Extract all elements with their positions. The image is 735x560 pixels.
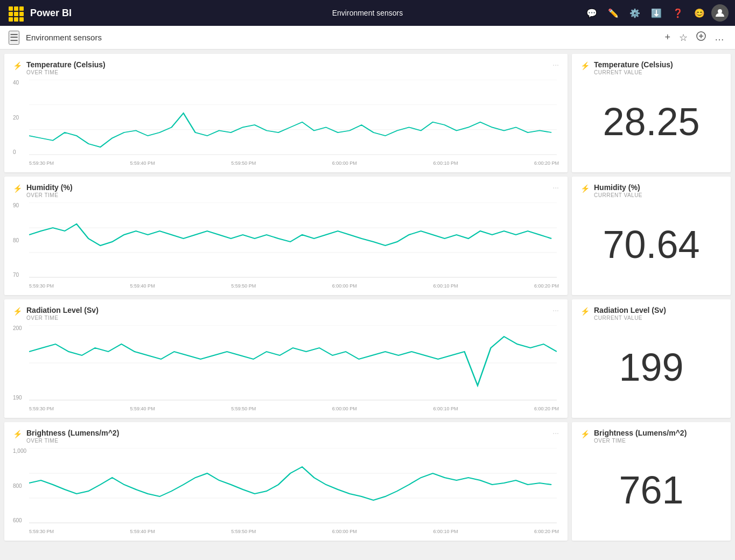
brightness-chart-area: 1,000800600 5:59:30 PM5:59:40 PM5:59:50 …	[13, 448, 559, 534]
share-button[interactable]	[694, 29, 708, 46]
radiation-current-card: ⚡ Radiation Level (Sv) CURRENT VALUE 199	[572, 299, 731, 418]
card-subtitle-hum-ot: OVER TIME	[26, 192, 73, 198]
card-title-hum-cv: Humidity (%)	[594, 183, 642, 192]
temp-line-chart	[29, 80, 557, 155]
rad-y-labels: 200190	[13, 325, 22, 401]
humidity-over-time-card: ⚡ Humidity (%) OVER TIME ··· 908070	[4, 177, 568, 295]
brightness-value: 761	[580, 446, 722, 534]
user-avatar[interactable]	[711, 4, 729, 22]
card-more-rad-ot[interactable]: ···	[552, 306, 559, 314]
lightning-icon-4: ⚡	[580, 184, 590, 193]
lightning-icon-2: ⚡	[580, 61, 590, 70]
card-more-temp-ot[interactable]: ···	[552, 60, 559, 69]
temperature-over-time-card: ⚡ Temperature (Celsius) OVER TIME ··· 40…	[4, 54, 568, 172]
card-subtitle-bri-ot: OVER TIME	[26, 438, 119, 444]
comment-icon-button[interactable]: 💬	[582, 3, 601, 23]
temperature-chart-area: 40200 5:59:30 PM5:59:40 PM5:59:50 PM6:00…	[13, 80, 559, 166]
nav-page-title: Environment sensors	[332, 9, 403, 17]
radiation-value: 199	[580, 323, 722, 411]
lightning-icon-7: ⚡	[13, 430, 22, 438]
settings-icon-button[interactable]: ⚙️	[625, 3, 645, 23]
hum-y-labels: 908070	[13, 202, 19, 278]
bri-x-labels: 5:59:30 PM5:59:40 PM5:59:50 PM6:00:00 PM…	[29, 529, 559, 534]
sub-nav: ☰ Environment sensors + ☆ …	[0, 26, 735, 50]
radiation-chart-area: 200190 5:59:30 PM5:59:40 PM5:59:50 PM6:0…	[13, 325, 559, 411]
temp-chart-inner	[29, 80, 557, 155]
temp-x-labels: 5:59:30 PM5:59:40 PM5:59:50 PM6:00:00 PM…	[29, 160, 559, 166]
pencil-icon-button[interactable]: ✏️	[604, 3, 623, 23]
top-nav: Power BI Environment sensors 💬 ✏️ ⚙️ ⬇️ …	[0, 0, 735, 26]
rad-x-labels: 5:59:30 PM5:59:40 PM5:59:50 PM6:00:00 PM…	[29, 406, 559, 411]
favorite-button[interactable]: ☆	[677, 30, 690, 46]
temperature-current-card: ⚡ Temperature (Celsius) CURRENT VALUE 28…	[572, 54, 731, 172]
humidity-chart-area: 908070 5:59:30 PM5:59:40 PM5:59:50 PM6:0…	[13, 202, 559, 289]
dashboard: ⚡ Temperature (Celsius) OVER TIME ··· 40…	[0, 50, 735, 560]
dashboard-actions: + ☆ …	[662, 29, 726, 46]
card-subtitle-temp-cv: CURRENT VALUE	[594, 69, 673, 75]
help-icon-button[interactable]: ❓	[668, 3, 688, 23]
card-subtitle-bri-cv: OVER TIME	[594, 438, 687, 444]
feedback-icon-button[interactable]: 😊	[690, 3, 709, 23]
lightning-icon-8: ⚡	[580, 430, 590, 438]
bri-line-chart	[29, 448, 557, 523]
bri-y-labels: 1,000800600	[13, 448, 26, 523]
lightning-icon-3: ⚡	[13, 184, 22, 193]
download-icon-button[interactable]: ⬇️	[647, 3, 666, 23]
hum-x-labels: 5:59:30 PM5:59:40 PM5:59:50 PM6:00:00 PM…	[29, 283, 559, 289]
nav-icons: 💬 ✏️ ⚙️ ⬇️ ❓ 😊	[582, 3, 729, 23]
card-title-temp-cv: Temperature (Celsius)	[594, 60, 673, 69]
svg-point-0	[718, 9, 722, 13]
card-title-temp-ot: Temperature (Celsius)	[26, 60, 106, 69]
card-subtitle-hum-cv: CURRENT VALUE	[594, 192, 642, 198]
card-subtitle-rad-cv: CURRENT VALUE	[594, 315, 666, 321]
lightning-icon: ⚡	[13, 61, 22, 70]
humidity-value: 70.64	[580, 200, 722, 289]
card-title-bri-cv: Brightness (Lumens/m^2)	[594, 429, 687, 437]
brightness-current-card: ⚡ Brightness (Lumens/m^2) OVER TIME 761	[572, 422, 731, 541]
dashboard-title: Environment sensors	[26, 33, 662, 42]
app-switcher-button[interactable]	[6, 4, 24, 22]
card-subtitle-rad-ot: OVER TIME	[26, 315, 99, 321]
sidebar-toggle-button[interactable]: ☰	[9, 31, 19, 45]
rad-line-chart	[29, 325, 557, 401]
lightning-icon-6: ⚡	[580, 307, 590, 316]
temperature-value: 28.25	[580, 78, 722, 166]
card-title-rad-cv: Radiation Level (Sv)	[594, 306, 666, 314]
hum-line-chart	[29, 202, 557, 278]
radiation-over-time-card: ⚡ Radiation Level (Sv) OVER TIME ··· 200…	[4, 299, 568, 418]
humidity-current-card: ⚡ Humidity (%) CURRENT VALUE 70.64	[572, 177, 731, 295]
more-options-button[interactable]: …	[712, 30, 726, 45]
lightning-icon-5: ⚡	[13, 307, 22, 316]
bri-chart-inner	[29, 448, 557, 523]
card-title-hum-ot: Humidity (%)	[26, 183, 73, 192]
brightness-over-time-card: ⚡ Brightness (Lumens/m^2) OVER TIME ··· …	[4, 422, 568, 541]
temp-y-labels: 40200	[13, 80, 19, 155]
card-title-rad-ot: Radiation Level (Sv)	[26, 306, 99, 314]
card-subtitle-temp-ot: OVER TIME	[26, 69, 106, 75]
card-title-bri-ot: Brightness (Lumens/m^2)	[26, 429, 119, 437]
card-more-bri-ot[interactable]: ···	[552, 429, 559, 437]
add-button[interactable]: +	[662, 30, 673, 45]
hum-chart-inner	[29, 202, 557, 278]
card-more-hum-ot[interactable]: ···	[552, 183, 559, 192]
rad-chart-inner	[29, 325, 557, 401]
app-logo: Power BI	[30, 8, 578, 19]
